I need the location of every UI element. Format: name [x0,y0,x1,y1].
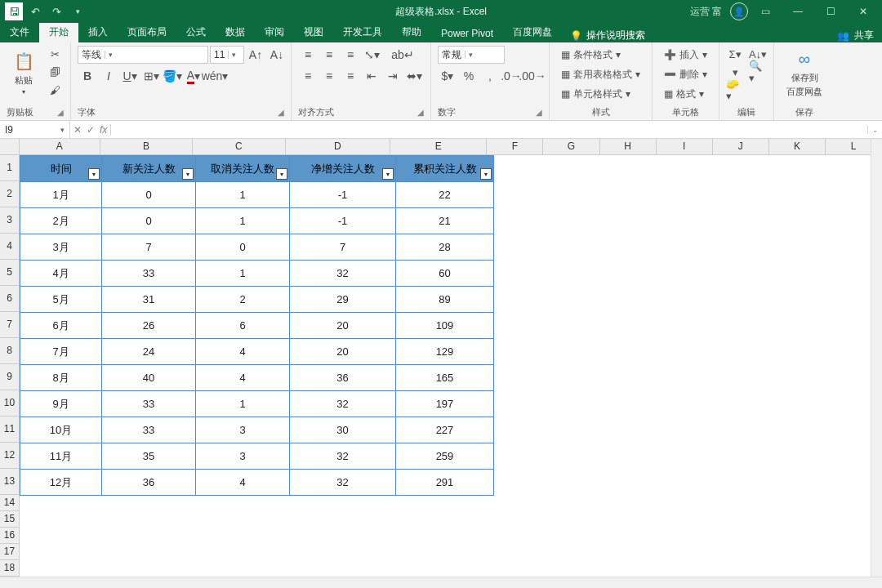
cell[interactable]: 31 [102,287,196,313]
table-row[interactable]: 5月3122989 [20,287,494,313]
find-icon[interactable]: 🔍▾ [749,64,767,80]
align-bottom-icon[interactable]: ≡ [341,46,360,64]
tab-baidu[interactable]: 百度网盘 [503,22,562,42]
filter-dropdown-icon[interactable]: ▾ [480,168,492,180]
cell[interactable]: 129 [396,339,494,365]
cell[interactable]: 7月 [20,339,102,365]
cell[interactable]: 26 [102,313,196,339]
cell-grid[interactable]: 时间▾新关注人数▾取消关注人数▾净增关注人数▾累积关注人数▾1月01-1222月… [20,155,882,496]
row-header[interactable]: 8 [0,338,20,364]
table-header-cell[interactable]: 净增关注人数▾ [290,156,396,182]
cell[interactable]: 32 [290,261,396,287]
table-row[interactable]: 10月33330227 [20,417,494,443]
cell[interactable]: 165 [396,365,494,391]
cell[interactable]: 4月 [20,261,102,287]
indent-inc-icon[interactable]: ⇥ [383,67,403,85]
filter-dropdown-icon[interactable]: ▾ [382,168,394,180]
cell[interactable]: 10月 [20,417,102,443]
italic-icon[interactable]: I [99,67,118,85]
align-middle-icon[interactable]: ≡ [319,46,339,64]
column-header[interactable]: I [657,139,713,155]
fill-color-icon[interactable]: 🪣▾ [163,67,182,85]
confirm-formula-icon[interactable]: ✓ [87,124,95,136]
cell[interactable]: -1 [290,208,396,234]
cell[interactable]: 1 [196,261,290,287]
align-top-icon[interactable]: ≡ [298,46,318,64]
cell[interactable]: 291 [396,470,494,496]
row-header[interactable]: 3 [0,207,20,234]
cell[interactable]: 3月 [20,234,102,261]
delete-cells-button[interactable]: ➖ 删除 ▾ [659,65,712,83]
cell[interactable]: 20 [290,339,396,365]
decrease-font-icon[interactable]: A↓ [267,46,287,64]
cell[interactable]: 8月 [20,365,102,391]
cell[interactable]: 3 [196,417,290,443]
table-row[interactable]: 8月40436165 [20,365,494,391]
tab-developer[interactable]: 开发工具 [333,22,392,42]
qat-customize-icon[interactable]: ▾ [69,2,87,20]
cell[interactable]: 197 [396,391,494,417]
tab-help[interactable]: 帮助 [392,22,431,42]
dialog-launcher-icon[interactable]: ◢ [417,108,424,117]
column-header[interactable]: F [487,139,543,155]
dialog-launcher-icon[interactable]: ◢ [536,108,542,117]
select-all-triangle[interactable] [0,139,20,155]
row-header[interactable]: 16 [0,528,20,544]
conditional-format-button[interactable]: ▦ 条件格式 ▾ [556,46,626,64]
cell[interactable]: 109 [396,313,494,339]
column-header[interactable]: K [769,139,826,155]
number-format-combo[interactable]: 常规▾ [438,46,505,64]
align-center-icon[interactable]: ≡ [319,67,339,85]
comma-icon[interactable]: , [480,67,500,85]
cell[interactable]: 29 [290,287,396,313]
table-row[interactable]: 1月01-122 [20,182,494,208]
table-row[interactable]: 9月33132197 [20,391,494,417]
cell[interactable]: 33 [102,391,196,417]
cell[interactable]: 3 [196,443,290,470]
cell[interactable]: 21 [396,208,494,234]
table-header-cell[interactable]: 累积关注人数▾ [396,156,494,182]
cancel-formula-icon[interactable]: ✕ [74,124,82,136]
table-format-button[interactable]: ▦ 套用表格格式 ▾ [556,65,645,83]
cell[interactable]: 6月 [20,313,102,339]
cell-style-button[interactable]: ▦ 单元格样式 ▾ [556,85,635,103]
column-headers[interactable]: ABCDEFGHIJKL [20,139,882,155]
row-header[interactable]: 13 [0,469,20,495]
cell[interactable]: 33 [102,417,196,443]
cell[interactable]: 1 [196,391,290,417]
table-row[interactable]: 2月01-121 [20,208,494,234]
cell[interactable]: 22 [396,182,494,208]
row-header[interactable]: 11 [0,416,20,443]
cut-icon[interactable]: ✂ [46,46,64,62]
table-row[interactable]: 11月35332259 [20,443,494,470]
paste-button[interactable]: 📋 粘贴 ▾ [7,46,41,100]
cell[interactable]: 12月 [20,470,102,496]
tab-formulas[interactable]: 公式 [176,22,216,42]
cell[interactable]: 2月 [20,208,102,234]
column-header[interactable]: A [20,139,100,155]
cell[interactable]: 28 [396,234,494,261]
indent-dec-icon[interactable]: ⇤ [362,67,381,85]
row-header[interactable]: 18 [0,560,20,577]
maximize-icon[interactable]: ☐ [815,0,846,23]
cell[interactable]: 0 [196,234,290,261]
account-name[interactable]: 运营 富 [684,2,728,20]
vertical-scrollbar[interactable] [871,139,882,577]
row-headers[interactable]: 123456789101112131415161718 [0,155,20,577]
cell[interactable]: 36 [290,365,396,391]
filter-dropdown-icon[interactable]: ▾ [276,168,287,180]
row-header[interactable]: 14 [0,495,20,511]
redo-icon[interactable]: ↷ [47,2,65,20]
row-header[interactable]: 17 [0,544,20,560]
align-left-icon[interactable]: ≡ [298,67,318,85]
tab-view[interactable]: 视图 [294,22,333,42]
table-header-cell[interactable]: 取消关注人数▾ [196,156,290,182]
insert-cells-button[interactable]: ➕ 插入 ▾ [659,46,712,64]
column-header[interactable]: B [100,139,193,155]
tab-data[interactable]: 数据 [216,22,255,42]
autosum-icon[interactable]: Σ▾ [726,46,744,62]
wrap-text-icon[interactable]: ab↵ [393,46,412,64]
row-header[interactable]: 12 [0,443,20,469]
tab-powerpivot[interactable]: Power Pivot [431,24,503,42]
clear-icon[interactable]: 🧽▾ [726,82,744,98]
